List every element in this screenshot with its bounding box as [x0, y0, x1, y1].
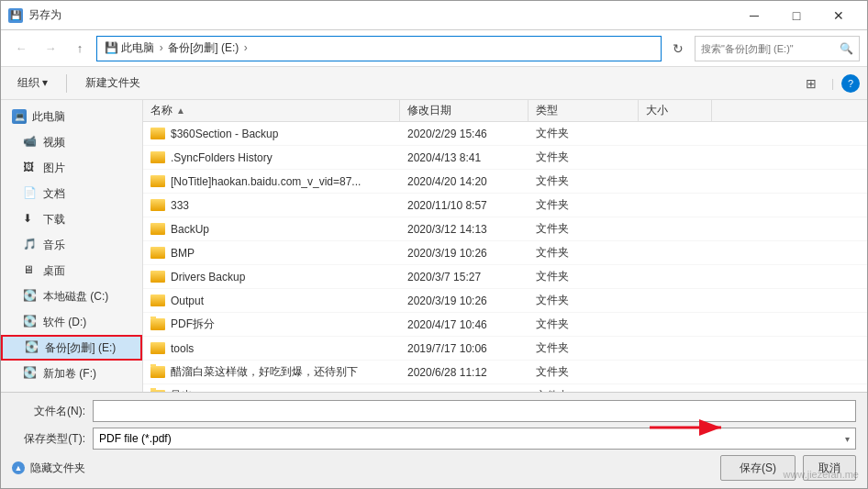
sidebar-item-backup-e[interactable]: 💽 备份[勿删] (E:)	[1, 335, 142, 361]
filetype-select[interactable]: PDF file (*.pdf) ▾	[93, 428, 856, 450]
downloads-icon: ⬇	[23, 212, 38, 227]
file-date-cell: 2020/3/12 14:13	[400, 223, 529, 236]
table-row[interactable]: $360Section - Backup 2020/2/29 15:46 文件夹	[143, 122, 867, 146]
file-date-cell: 2020/11/10 8:57	[400, 199, 529, 212]
back-button[interactable]: ←	[8, 36, 34, 61]
search-input[interactable]	[701, 43, 836, 54]
file-name-text: 醋溜白菜这样做，好吃到爆，还待别下	[171, 364, 358, 380]
sidebar-item-desktop[interactable]: 🖥 桌面	[1, 258, 142, 283]
sidebar-label-software-d: 软件 (D:)	[43, 315, 86, 330]
sidebar-item-software-d[interactable]: 💽 软件 (D:)	[1, 309, 142, 335]
select-arrow-icon: ▾	[845, 434, 850, 444]
table-row[interactable]: BackUp 2020/3/12 14:13 文件夹	[143, 217, 867, 241]
col-header-date[interactable]: 修改日期	[400, 100, 529, 121]
sidebar-label-pictures: 图片	[43, 161, 65, 176]
filetype-row: 保存类型(T): PDF file (*.pdf) ▾	[12, 428, 856, 450]
file-type-cell: 文件夹	[529, 173, 639, 189]
hide-folder-toggle[interactable]: ▲ 隐藏文件夹	[12, 461, 85, 476]
table-row[interactable]: 导出 2020/11/10 12:02 文件夹	[143, 384, 867, 392]
col-header-type[interactable]: 类型	[529, 100, 639, 121]
folder-icon	[150, 318, 165, 330]
filetype-label: 保存类型(T):	[12, 431, 85, 447]
sidebar-label-documents: 文档	[43, 186, 65, 202]
file-name-cell: [NoTitle]haokan.baidu.com_v_vid=87...	[143, 175, 400, 188]
table-row[interactable]: tools 2019/7/17 10:06 文件夹	[143, 337, 867, 361]
file-type-cell: 文件夹	[529, 340, 639, 356]
hdd-d-icon: 💽	[23, 315, 38, 329]
folder-icon	[150, 199, 165, 211]
file-name-cell: $360Section - Backup	[143, 128, 400, 140]
filename-input[interactable]	[93, 400, 856, 422]
file-name-cell: BackUp	[143, 223, 400, 236]
file-name-cell: 醋溜白菜这样做，好吃到爆，还待别下	[143, 364, 400, 380]
file-name-text: PDF拆分	[171, 317, 215, 332]
file-list[interactable]: 名称 ▲ 修改日期 类型 大小 $360Sec	[143, 100, 867, 392]
music-icon: 🎵	[23, 238, 38, 252]
nav-bar: ← → ↑ 💾 此电脑 › 备份[勿删] (E:) › ↻ 🔍	[1, 30, 867, 67]
sidebar-item-videos[interactable]: 📹 视频	[1, 129, 142, 155]
filename-label: 文件名(N):	[12, 404, 85, 419]
folder-icon	[150, 175, 165, 187]
folder-icon	[150, 247, 165, 259]
new-folder-button[interactable]: 新建文件夹	[76, 72, 150, 95]
refresh-button[interactable]: ↻	[665, 36, 691, 61]
close-button[interactable]: ✕	[818, 1, 860, 30]
search-icon: 🔍	[840, 42, 853, 55]
sidebar-item-new-f[interactable]: 💽 新加卷 (F:)	[1, 361, 142, 386]
file-name-text: $360Section - Backup	[171, 128, 278, 140]
file-date-cell: 2020/6/28 11:12	[400, 366, 529, 379]
col-header-name[interactable]: 名称 ▲	[143, 100, 400, 121]
file-type-cell: 文件夹	[529, 269, 639, 284]
file-name-cell: .SyncFolders History	[143, 151, 400, 164]
file-date-cell: 2019/7/17 10:06	[400, 342, 529, 355]
table-row[interactable]: .SyncFolders History 2020/4/13 8:41 文件夹	[143, 146, 867, 170]
sidebar-item-music[interactable]: 🎵 音乐	[1, 232, 142, 258]
sidebar-item-documents[interactable]: 📄 文档	[1, 181, 142, 206]
hide-folder-label: 隐藏文件夹	[30, 461, 85, 476]
table-row[interactable]: Output 2020/3/19 10:26 文件夹	[143, 289, 867, 313]
table-row[interactable]: 醋溜白菜这样做，好吃到爆，还待别下 2020/6/28 11:12 文件夹	[143, 361, 867, 384]
file-date-cell: 2020/2/29 15:46	[400, 128, 529, 140]
help-button[interactable]: ?	[841, 74, 860, 93]
sort-arrow-name: ▲	[176, 106, 185, 116]
file-name-text: 333	[171, 199, 189, 212]
table-row[interactable]: BMP 2020/3/19 10:26 文件夹	[143, 241, 867, 265]
table-row[interactable]: PDF拆分 2020/4/17 10:46 文件夹	[143, 313, 867, 337]
sidebar-label-videos: 视频	[43, 135, 65, 150]
sidebar-item-computer[interactable]: 💻 此电脑	[1, 104, 142, 129]
sidebar-item-local-c[interactable]: 💽 本地磁盘 (C:)	[1, 283, 142, 309]
filename-row: 文件名(N):	[12, 400, 856, 422]
organize-button[interactable]: 组织 ▾	[8, 72, 57, 95]
sidebar-label-desktop: 桌面	[43, 263, 65, 279]
view-button[interactable]: ⊞	[798, 72, 824, 95]
videos-icon: 📹	[23, 135, 38, 150]
search-box: 🔍	[695, 36, 860, 61]
bottom-area: 文件名(N): 保存类型(T): PDF file (*.pdf) ▾ ▲ 隐藏…	[1, 392, 867, 488]
hdd-c-icon: 💽	[23, 289, 38, 304]
folder-icon	[150, 151, 165, 163]
up-button[interactable]: ↑	[67, 36, 93, 61]
folder-icon	[150, 223, 165, 235]
table-row[interactable]: Drivers Backup 2020/3/7 15:27 文件夹	[143, 265, 867, 289]
table-row[interactable]: 333 2020/11/10 8:57 文件夹	[143, 194, 867, 217]
hdd-e-icon: 💽	[25, 340, 39, 355]
address-path: 💾 此电脑 › 备份[勿删] (E:) ›	[105, 40, 250, 56]
table-row[interactable]: [NoTitle]haokan.baidu.com_v_vid=87... 20…	[143, 170, 867, 194]
maximize-button[interactable]: □	[775, 1, 818, 30]
forward-button[interactable]: →	[38, 36, 63, 61]
bottom-buttons: ▲ 隐藏文件夹 保存(S) 取消	[12, 455, 856, 481]
sidebar-item-pictures[interactable]: 🖼 图片	[1, 155, 142, 181]
file-date-cell: 2020/3/19 10:26	[400, 295, 529, 307]
minimize-button[interactable]: ─	[733, 1, 775, 30]
sidebar-label-computer: 此电脑	[32, 109, 65, 125]
sidebar-item-downloads[interactable]: ⬇ 下载	[1, 206, 142, 232]
desktop-icon: 🖥	[23, 263, 38, 278]
col-header-size[interactable]: 大小	[639, 100, 712, 121]
folder-icon	[150, 390, 165, 392]
address-bar[interactable]: 💾 此电脑 › 备份[勿删] (E:) ›	[96, 36, 662, 61]
sidebar-label-downloads: 下载	[43, 212, 65, 228]
dialog-title: 另存为	[28, 7, 61, 23]
file-name-text: BackUp	[171, 223, 209, 236]
file-type-cell: 文件夹	[529, 317, 639, 332]
computer-icon: 💻	[12, 109, 27, 124]
